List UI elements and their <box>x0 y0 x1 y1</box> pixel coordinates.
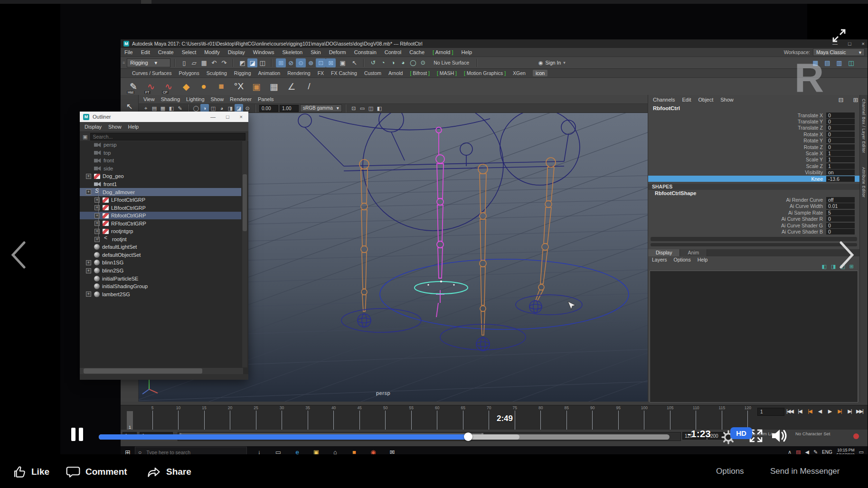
outliner-item[interactable]: front1 <box>80 180 241 188</box>
outliner-item[interactable]: Dog_allmover <box>80 188 241 196</box>
menu-item[interactable]: Create <box>158 49 174 55</box>
pause-button[interactable] <box>71 428 84 441</box>
snap-to-grid-icon[interactable]: ⊞ <box>276 58 286 67</box>
isolate-select-icon[interactable]: ⊡ <box>349 104 358 113</box>
close-button[interactable]: × <box>862 41 865 47</box>
channel-attribute-row[interactable]: Translate X 0 <box>648 112 859 118</box>
panel-menu-item[interactable]: Panels <box>258 96 274 102</box>
current-frame-field[interactable]: 1 <box>757 408 784 416</box>
outliner-menu-item[interactable]: Help <box>128 124 139 130</box>
snap-to-projected-center-icon[interactable]: ⊚ <box>306 58 316 67</box>
outliner-item[interactable]: LBfootCtrlGRP <box>80 204 241 212</box>
channel-attribute-row[interactable]: Rotate Y 0 <box>648 138 859 144</box>
menu-item[interactable]: Cache <box>409 49 425 55</box>
ipr-render-icon[interactable]: ◕ <box>398 58 408 67</box>
outliner-search-input[interactable] <box>90 133 245 141</box>
go-to-start-button[interactable]: |◀◀ <box>785 408 794 414</box>
channel-attribute-row[interactable]: Rotate X 0 <box>648 131 859 137</box>
channel-attribute-row[interactable]: Scale Z 1 <box>648 163 859 169</box>
progress-handle[interactable] <box>464 432 472 441</box>
outliner-vertical-scrollbar[interactable] <box>242 141 247 367</box>
comment-button[interactable]: Comment <box>66 464 127 479</box>
history-curve-icon[interactable]: ✎ Hist <box>126 79 141 94</box>
filter-icon[interactable]: ▣ <box>83 134 87 140</box>
outliner-item[interactable]: persp <box>80 141 241 149</box>
tab-channel-box[interactable]: Channel Box / Layer Editor <box>861 99 866 153</box>
layer-down-icon[interactable]: ◨ <box>831 263 836 270</box>
menu-item[interactable]: Edit <box>141 49 150 55</box>
channel-attribute-row[interactable]: Rotate Z 0 <box>648 144 859 150</box>
outliner-item[interactable]: rootjntgrp <box>80 227 241 235</box>
outliner-item[interactable]: rootjnt <box>80 235 241 244</box>
outliner-item[interactable]: LFfootCtrlGRP <box>80 196 241 204</box>
select-object-icon[interactable]: ◪ <box>247 58 257 67</box>
channel-manip-icon[interactable]: ⊞ <box>852 95 859 104</box>
new-scene-icon[interactable]: ▯ <box>179 58 189 67</box>
channel-attribute-row[interactable]: Visibility on <box>648 169 859 176</box>
shelf-tab[interactable]: Sculpting <box>207 70 227 76</box>
like-button[interactable]: Like <box>11 464 49 479</box>
channel-attribute-row[interactable]: Ai Sample Rate 5 <box>648 209 859 216</box>
menu-item[interactable]: Skin <box>311 49 321 55</box>
step-back-frame-button[interactable]: |◀ <box>795 408 804 414</box>
share-button[interactable]: Share <box>146 464 191 479</box>
shelf-tab[interactable]: FX Caching <box>331 70 357 76</box>
menu-item[interactable]: Arnold <box>433 49 453 55</box>
play-forwards-button[interactable]: ▶ <box>825 408 834 414</box>
pose-tool-icon[interactable]: °X <box>232 79 246 94</box>
channel-box-menu-item[interactable]: Show <box>720 97 734 103</box>
construction-history-icon[interactable]: ↺ <box>368 58 378 67</box>
playhead[interactable]: 1 <box>127 411 133 430</box>
outliner-item[interactable]: blinn1SG <box>80 259 241 267</box>
protractor-tool-icon[interactable]: ∠ <box>284 79 299 94</box>
outliner-titlebar[interactable]: M Outliner — □ × <box>80 112 248 122</box>
open-render-view-icon[interactable]: ◔ <box>378 58 388 67</box>
channel-attribute-row[interactable]: Translate Z 0 <box>648 125 859 131</box>
shelf-tab[interactable]: Rigging <box>234 70 251 76</box>
sign-in-button[interactable]: ◉ Sign In ▾ <box>538 60 566 66</box>
cp-curve-icon[interactable]: ∿ CP <box>161 79 176 94</box>
menu-item[interactable]: Select <box>182 49 197 55</box>
next-media-button[interactable] <box>838 240 857 270</box>
tab-attribute-editor[interactable]: Attribute Editor <box>861 167 866 197</box>
channel-box-menu-item[interactable]: Channels <box>653 97 675 103</box>
node-editor-icon[interactable]: ▥ <box>834 58 844 67</box>
ruler-tool-icon[interactable]: / <box>302 79 316 94</box>
outliner-horizontal-scrollbar[interactable] <box>80 368 243 374</box>
layer-editor-tab[interactable]: Anim <box>680 249 707 256</box>
outliner-item[interactable]: lambert2SG <box>80 290 241 298</box>
send-in-messenger-link[interactable]: Send in Messenger <box>770 467 840 476</box>
gate-mask-icon[interactable]: ◧ <box>375 104 384 113</box>
menu-item[interactable]: Display <box>228 49 245 55</box>
menu-item[interactable]: Windows <box>253 49 274 55</box>
save-scene-icon[interactable]: ▦ <box>199 58 209 67</box>
panel-menu-item[interactable]: Show <box>211 96 224 102</box>
shelf-tab[interactable]: Animation <box>258 70 280 76</box>
make-live-icon[interactable]: ⊠ <box>326 58 336 67</box>
menu-item[interactable]: File <box>124 49 133 55</box>
cube-control-icon[interactable]: ■ <box>214 79 228 94</box>
color-transform-dropdown[interactable]: sRGB gamma ▾ <box>300 104 342 112</box>
speed-slider-icon[interactable]: ⊟ <box>837 95 845 104</box>
outliner-item[interactable]: initialParticleSE <box>80 274 241 282</box>
ft-curve-icon[interactable]: ∿ FT <box>144 79 158 94</box>
outliner-item[interactable]: top <box>80 149 241 157</box>
attribute-editor-toggle-icon[interactable]: ◫ <box>846 58 856 67</box>
auto-keyframe-button[interactable] <box>853 433 859 439</box>
close-button[interactable]: × <box>240 114 243 120</box>
maya-titlebar[interactable]: M Autodesk Maya 2017: C:\Users\lti-r01\D… <box>121 39 868 48</box>
previous-media-button[interactable] <box>9 240 28 270</box>
pick-icon[interactable]: ↖ <box>349 58 359 67</box>
outliner-item[interactable]: RFfootCtrlGRP <box>80 219 241 227</box>
collapsed-section-bar[interactable] <box>651 237 857 241</box>
outliner-menu-item[interactable]: Show <box>108 124 122 130</box>
channel-attribute-row[interactable]: Scale Y 1 <box>648 157 859 163</box>
layer-editor-menu-item[interactable]: Options <box>674 257 691 263</box>
hd-badge[interactable]: HD <box>730 427 752 439</box>
select-component-icon[interactable]: ◫ <box>257 58 267 67</box>
shelf-tab[interactable]: Motion Graphics <box>464 70 506 76</box>
menu-item[interactable]: Control <box>385 49 401 55</box>
outliner-item[interactable]: defaultObjectSet <box>80 251 241 259</box>
shelf-tab[interactable]: Polygons <box>179 70 199 76</box>
outliner-item[interactable]: defaultLightSet <box>80 243 241 251</box>
